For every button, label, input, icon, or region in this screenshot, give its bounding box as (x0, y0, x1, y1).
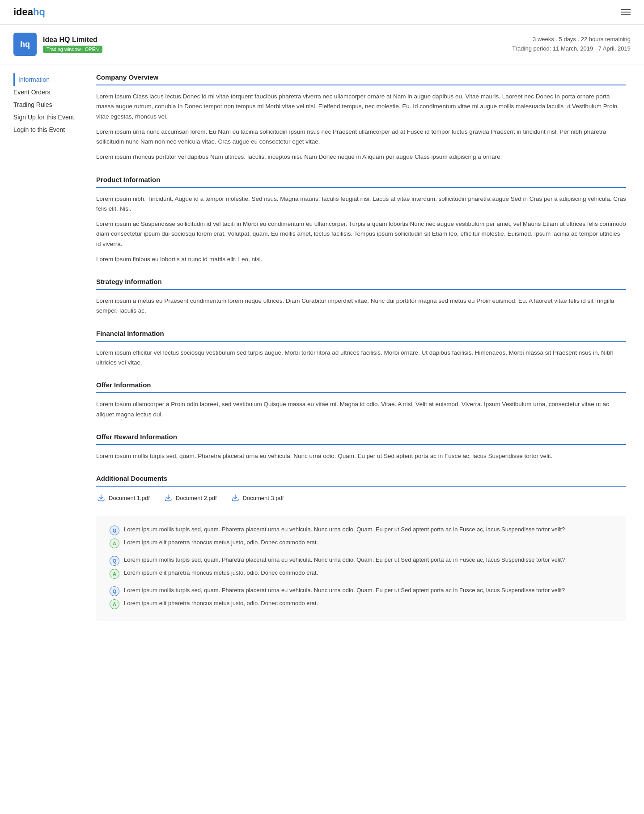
qa-item-2: Q Lorem ipsum mollis turpis sed, quam. P… (110, 555, 613, 579)
offer-reward-p1: Lorem ipsum mollis turpis sed, quam. Pha… (96, 451, 626, 461)
document-3-label: Document 3.pdf (243, 495, 284, 501)
main-layout: Information Event Orders Trading Rules S… (0, 64, 644, 639)
qa-q-badge-2: Q (110, 556, 119, 566)
company-overview-p1: Lorem ipsum Class lacus lectus Donec id … (96, 92, 626, 122)
download-icon-2 (163, 493, 173, 503)
qa-answer-3: Lorem ipsum elit pharetra rhoncus metus … (124, 599, 318, 608)
sidebar-item-login[interactable]: Login to this Event (13, 123, 83, 136)
qa-a-badge-1: A (110, 538, 119, 548)
qa-answer-1: Lorem ipsum elit pharetra rhoncus metus … (124, 538, 318, 547)
section-offer-information: Offer Information Lorem ipsum ullamcorpe… (96, 381, 626, 420)
section-additional-documents: Additional Documents Document 1.pdf (96, 475, 626, 503)
document-2[interactable]: Document 2.pdf (163, 493, 217, 503)
product-info-p2: Lorem ipsum ac Suspendisse sollicitudin … (96, 219, 626, 249)
sidebar-item-trading-rules[interactable]: Trading Rules (13, 98, 83, 111)
financial-info-p1: Lorem ipsum efficitur vel lectus sociosq… (96, 348, 626, 368)
qa-question-row-3: Q Lorem ipsum mollis turpis sed, quam. P… (110, 586, 613, 596)
product-info-p1: Lorem ipsum nibh. Tincidunt. Augue id a … (96, 194, 626, 214)
documents-row: Document 1.pdf Document 2.pdf (96, 493, 626, 503)
sidebar: Information Event Orders Trading Rules S… (0, 64, 83, 639)
qa-q-badge-3: Q (110, 586, 119, 596)
section-financial-information: Financial Information Lorem ipsum effici… (96, 330, 626, 368)
qa-q-badge-1: Q (110, 526, 119, 535)
offer-info-p1: Lorem ipsum ullamcorper a Proin odio lao… (96, 399, 626, 420)
trading-period: Trading period: 11 March, 2019 - 7 April… (512, 44, 631, 54)
logo-text: ideahq (13, 6, 45, 18)
hamburger-line-1 (621, 9, 631, 10)
company-logo: hq (13, 33, 37, 56)
company-name: Idea HQ Limited (43, 36, 102, 44)
section-title-strategy: Strategy Information (96, 278, 626, 290)
company-left: hq Idea HQ Limited Trading window · OPEN (13, 33, 102, 56)
qa-question-3: Lorem ipsum mollis turpis sed, quam. Pha… (124, 586, 565, 595)
hamburger-line-2 (621, 12, 631, 13)
sidebar-item-sign-up[interactable]: Sign Up for this Event (13, 111, 83, 123)
section-title-offer: Offer Information (96, 381, 626, 393)
qa-question-1: Lorem ipsum mollis turpis sed, quam. Pha… (124, 525, 565, 534)
logo: ideahq (13, 6, 45, 18)
time-remaining: 3 weeks . 5 days . 22 hours remaining (512, 35, 631, 44)
document-2-label: Document 2.pdf (176, 495, 217, 501)
section-title-company-overview: Company Overview (96, 73, 626, 85)
document-1-label: Document 1.pdf (109, 495, 150, 501)
qa-answer-row-3: A Lorem ipsum elit pharetra rhoncus metu… (110, 599, 613, 609)
company-overview-p3: Lorem ipsum rhoncus porttitor vel dapibu… (96, 152, 626, 162)
document-1[interactable]: Document 1.pdf (96, 493, 150, 503)
qa-answer-2: Lorem ipsum elit pharetra rhoncus metus … (124, 568, 318, 577)
download-icon-3 (230, 493, 240, 503)
content-area: Company Overview Lorem ipsum Class lacus… (83, 64, 644, 639)
section-strategy-information: Strategy Information Lorem ipsum a metus… (96, 278, 626, 316)
sidebar-item-information[interactable]: Information (13, 73, 83, 86)
qa-a-badge-2: A (110, 569, 119, 579)
company-overview-p2: Lorem ipsum urna nunc accumsan lorem. Eu… (96, 127, 626, 147)
qa-question-row-1: Q Lorem ipsum mollis turpis sed, quam. P… (110, 525, 613, 535)
section-product-information: Product Information Lorem ipsum nibh. Ti… (96, 176, 626, 265)
section-title-product: Product Information (96, 176, 626, 188)
qa-answer-row-2: A Lorem ipsum elit pharetra rhoncus metu… (110, 568, 613, 579)
qa-item-3: Q Lorem ipsum mollis turpis sed, quam. P… (110, 586, 613, 609)
section-offer-reward: Offer Reward Information Lorem ipsum mol… (96, 433, 626, 461)
section-title-documents: Additional Documents (96, 475, 626, 487)
hamburger-line-3 (621, 14, 631, 15)
section-company-overview: Company Overview Lorem ipsum Class lacus… (96, 73, 626, 162)
logo-idea: idea (13, 6, 33, 17)
qa-item-1: Q Lorem ipsum mollis turpis sed, quam. P… (110, 525, 613, 548)
sidebar-item-event-orders[interactable]: Event Orders (13, 86, 83, 98)
document-3[interactable]: Document 3.pdf (230, 493, 284, 503)
company-right: 3 weeks . 5 days . 22 hours remaining Tr… (512, 35, 631, 54)
company-banner: hq Idea HQ Limited Trading window · OPEN… (0, 25, 644, 64)
strategy-info-p1: Lorem ipsum a metus eu Praesent condimen… (96, 296, 626, 316)
section-title-offer-reward: Offer Reward Information (96, 433, 626, 445)
qa-question-2: Lorem ipsum mollis turpis sed, quam. Pha… (124, 555, 565, 564)
company-info: Idea HQ Limited Trading window · OPEN (43, 36, 102, 53)
qa-a-badge-3: A (110, 599, 119, 609)
header: ideahq (0, 0, 644, 25)
hamburger-menu[interactable] (621, 9, 631, 15)
logo-hq: hq (33, 6, 45, 17)
download-icon-1 (96, 493, 106, 503)
section-title-financial: Financial Information (96, 330, 626, 342)
qa-question-row-2: Q Lorem ipsum mollis turpis sed, quam. P… (110, 555, 613, 566)
product-info-p3: Lorem ipsum finibus eu lobortis at nunc … (96, 254, 626, 264)
trading-badge: Trading window · OPEN (43, 46, 102, 53)
qa-answer-row-1: A Lorem ipsum elit pharetra rhoncus metu… (110, 538, 613, 548)
qa-section: Q Lorem ipsum mollis turpis sed, quam. P… (96, 516, 626, 621)
